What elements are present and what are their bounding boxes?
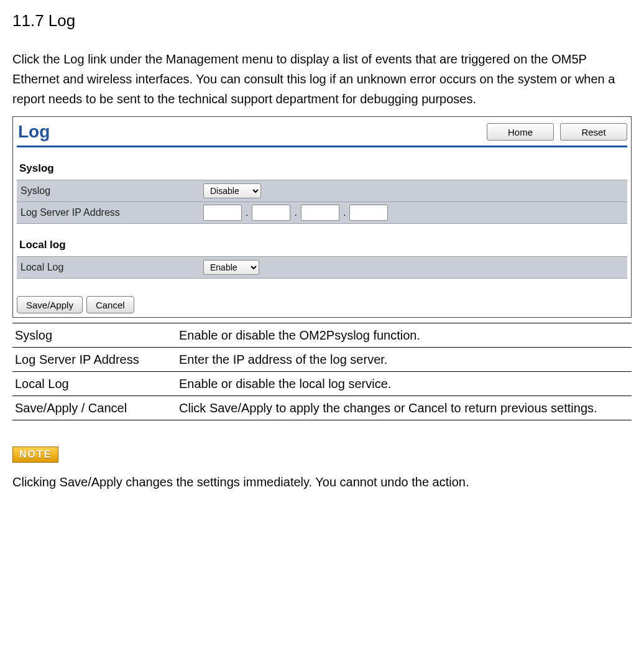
table-row: Syslog Enable or disable the OM2Psyslog …	[12, 323, 632, 348]
table-row: Save/Apply / Cancel Click Save/Apply to …	[12, 396, 632, 420]
log-screenshot: Log Home Reset Syslog Syslog Disable Log…	[12, 116, 632, 318]
desc-term: Local Log	[12, 372, 177, 396]
panel-title: Log	[17, 122, 50, 142]
reset-button[interactable]: Reset	[560, 123, 627, 141]
desc-term: Log Server IP Address	[12, 348, 177, 372]
table-row: Log Server IP Address Enter the IP addre…	[12, 348, 632, 372]
section-heading: 11.7 Log	[12, 11, 632, 30]
desc-term: Save/Apply / Cancel	[12, 396, 177, 420]
cancel-button[interactable]: Cancel	[86, 296, 134, 313]
desc-term: Syslog	[12, 323, 177, 348]
home-button[interactable]: Home	[487, 123, 554, 141]
desc-def: Enter the IP address of the log server.	[177, 348, 632, 372]
syslog-select[interactable]: Disable	[203, 183, 261, 198]
ip-octet-2[interactable]	[252, 205, 290, 221]
note-text: Clicking Save/Apply changes the settings…	[12, 473, 632, 491]
local-log-row: Local Log Enable	[17, 256, 627, 279]
desc-def: Enable or disable the OM2Psyslog functio…	[177, 323, 632, 348]
ip-octet-1[interactable]	[203, 205, 242, 221]
ip-octet-4[interactable]	[349, 205, 388, 221]
note-badge: NOTE	[12, 447, 58, 463]
syslog-label: Syslog	[17, 185, 202, 197]
syslog-row: Syslog Disable	[17, 180, 627, 202]
description-table: Syslog Enable or disable the OM2Psyslog …	[12, 323, 632, 420]
ip-octet-3[interactable]	[301, 205, 339, 221]
local-log-label: Local Log	[17, 262, 202, 273]
local-log-section-label: Local log	[17, 224, 627, 256]
table-row: Local Log Enable or disable the local lo…	[12, 372, 632, 396]
desc-def: Enable or disable the local log service.	[177, 372, 632, 396]
ip-dot: .	[244, 207, 249, 218]
local-log-select[interactable]: Enable	[203, 260, 259, 275]
intro-paragraph: Click the Log link under the Management …	[12, 49, 632, 109]
log-server-ip-label: Log Server IP Address	[17, 207, 202, 218]
desc-def: Click Save/Apply to apply the changes or…	[177, 396, 632, 420]
log-server-ip-row: Log Server IP Address . . .	[17, 202, 627, 224]
save-apply-button[interactable]: Save/Apply	[17, 296, 83, 313]
syslog-section-label: Syslog	[17, 147, 627, 180]
ip-dot: .	[342, 207, 347, 218]
ip-dot: .	[293, 207, 298, 218]
